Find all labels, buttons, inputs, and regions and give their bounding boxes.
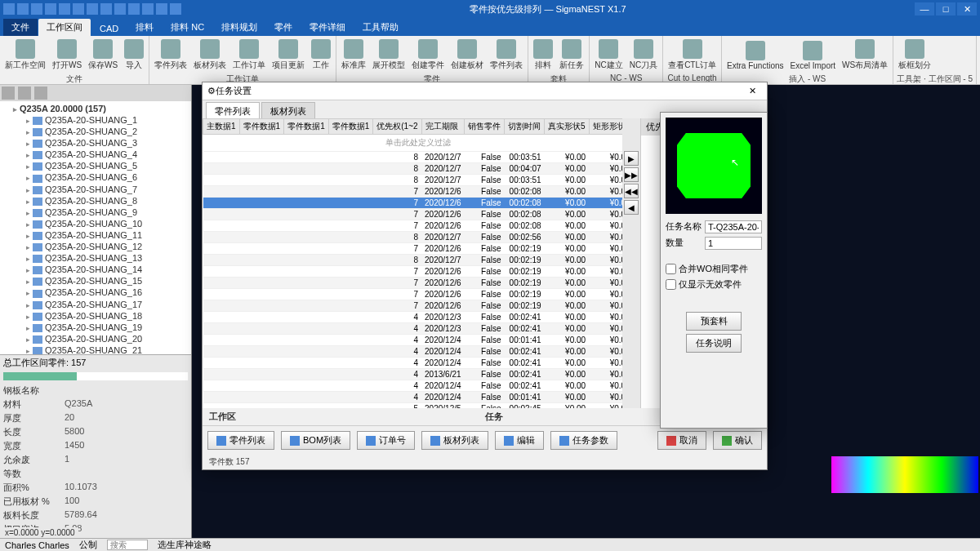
cancel-button[interactable]: 取消 — [657, 431, 706, 450]
qat-icon[interactable] — [128, 3, 140, 15]
tree-node[interactable]: Q235A-20-SHUANG_11 — [2, 229, 189, 241]
tree-node[interactable]: Q235A-20-SHUANG_17 — [2, 299, 189, 310]
grid-row[interactable]: 72020/12/6False00:02:08¥0.00¥0.00 — [203, 198, 623, 209]
grid-row[interactable]: 42020/12/4False00:02:41¥0.00¥0.00 — [203, 358, 623, 369]
footer-button[interactable]: BOM列表 — [281, 431, 350, 450]
minimize-button[interactable]: — — [915, 2, 934, 16]
qat-icon[interactable] — [17, 3, 29, 15]
tree-node[interactable]: Q235A-20-SHUANG_10 — [2, 218, 189, 229]
ribbon-tab[interactable]: CAD — [91, 21, 127, 36]
taskname-input[interactable] — [705, 220, 762, 233]
grid-header[interactable]: 主数据1 — [203, 119, 240, 135]
tree-node[interactable]: Q235A-20-SHUANG_21 — [2, 344, 189, 354]
tree-node[interactable]: Q235A-20-SHUANG_4 — [2, 149, 189, 160]
task-notes-button[interactable]: 任务说明 — [686, 334, 742, 353]
tree-node[interactable]: Q235A-20-SHUANG_20 — [2, 333, 189, 344]
ribbon-item[interactable]: NC刀具 — [628, 38, 659, 73]
ribbon-item[interactable]: 零件列表 — [488, 38, 524, 73]
ribbon-tab[interactable]: 零件详细 — [301, 19, 354, 36]
dialog-tab-parts[interactable]: 零件列表 — [206, 102, 260, 118]
grid-row[interactable]: 72020/12/6False00:02:19¥0.00¥0.00 — [203, 266, 623, 278]
move-all-left-button[interactable]: ◀◀ — [624, 184, 639, 198]
prearrange-button[interactable]: 预套料 — [686, 312, 742, 331]
ribbon-tab[interactable]: 工具帮助 — [354, 19, 407, 36]
ok-button[interactable]: 确认 — [713, 431, 762, 450]
filter-hint[interactable]: 单击此处定义过滤 — [203, 135, 623, 152]
ribbon-item[interactable]: 导入 — [122, 38, 145, 73]
ribbon-item[interactable]: 工作订单 — [231, 38, 267, 73]
ribbon-item[interactable]: 查看CTL订单 — [666, 38, 718, 73]
ribbon-item[interactable]: NC建立 — [593, 38, 624, 73]
ribbon-tab[interactable]: 工作区间 — [38, 19, 91, 36]
tree-node[interactable]: Q235A-20-SHUANG_12 — [2, 241, 189, 252]
grid-row[interactable]: 42013/6/21False00:02:41¥0.00¥0.00 — [203, 369, 623, 380]
tab-file[interactable]: 文件 — [3, 19, 38, 36]
ribbon-item[interactable]: 保存WS — [87, 38, 119, 73]
qat-icon[interactable] — [142, 3, 154, 15]
qat-icon[interactable] — [59, 3, 70, 15]
grid-header[interactable]: 完工期限 — [421, 119, 465, 135]
grid-row[interactable]: 82020/12/7False00:02:56¥0.00¥0.00 — [203, 232, 623, 243]
grid-header[interactable]: 零件数据1 — [239, 119, 284, 135]
footer-button[interactable]: 编辑 — [495, 431, 544, 450]
grid-row[interactable]: 82020/12/7False00:03:51¥0.00¥0.00 — [203, 152, 623, 163]
ribbon-item[interactable]: 板材列表 — [192, 38, 228, 73]
dialog-close-button[interactable]: ✕ — [742, 86, 762, 96]
ribbon-item[interactable]: 板框划分 — [897, 38, 933, 73]
footer-button[interactable]: 订单号 — [357, 431, 415, 450]
grid-row[interactable]: 42020/12/4False00:01:41¥0.00¥0.00 — [203, 335, 623, 346]
tree-node[interactable]: Q235A-20-SHUANG_2 — [2, 126, 189, 137]
ribbon-tab[interactable]: 零件 — [266, 19, 301, 36]
tree-node[interactable]: Q235A-20-SHUANG_5 — [2, 160, 189, 171]
ribbon-tab[interactable]: 排料 — [127, 19, 162, 36]
qat-icon[interactable] — [3, 3, 15, 15]
parts-tree[interactable]: Q235A 20.0000 (157)Q235A-20-SHUANG_1Q235… — [0, 101, 191, 354]
ribbon-item[interactable]: 项目更新 — [270, 38, 306, 73]
grid-row[interactable]: 72020/12/6False00:02:08¥0.00¥0.00 — [203, 220, 623, 232]
ribbon-item[interactable]: 标准库 — [340, 38, 368, 73]
grid-header[interactable]: 零件数据1 — [328, 119, 373, 135]
qat-icon[interactable] — [45, 3, 56, 15]
grid-header[interactable]: 真实形状5 — [545, 119, 590, 135]
qat-icon[interactable] — [31, 3, 42, 15]
grid-row[interactable]: 82020/12/7False00:02:19¥0.00¥0.00 — [203, 255, 623, 266]
dialog-tab-sheets[interactable]: 板材列表 — [261, 102, 315, 118]
footer-button[interactable]: 板材列表 — [421, 431, 488, 450]
grid-header[interactable]: 销售零件 — [465, 119, 505, 135]
merge-wo-checkbox[interactable] — [666, 264, 676, 274]
ribbon-item[interactable]: 创建板材 — [449, 38, 485, 73]
qat-icon[interactable] — [100, 3, 112, 15]
tool-icon[interactable] — [2, 87, 15, 100]
ribbon-item[interactable]: 打开WS — [51, 38, 83, 73]
tree-node[interactable]: Q235A-20-SHUANG_9 — [2, 207, 189, 218]
tree-node[interactable]: Q235A-20-SHUANG_3 — [2, 137, 189, 149]
footer-button[interactable]: 任务参数 — [550, 431, 617, 450]
tree-node[interactable]: Q235A-20-SHUANG_7 — [2, 184, 189, 195]
grid-row[interactable]: 42020/12/3False00:02:41¥0.00¥0.00 — [203, 312, 623, 323]
grid-row[interactable]: 72020/12/6False00:02:19¥0.00¥0.00 — [203, 300, 623, 312]
grid-row[interactable]: 72020/12/6False00:02:19¥0.00¥0.00 — [203, 289, 623, 300]
tree-node[interactable]: Q235A-20-SHUANG_15 — [2, 275, 189, 287]
grid-row[interactable]: 42020/12/4False00:01:41¥0.00¥0.00 — [203, 392, 623, 403]
tree-node[interactable]: Q235A-20-SHUANG_18 — [2, 310, 189, 322]
grid-header[interactable]: 矩形形状2 — [589, 119, 622, 135]
ribbon-item[interactable]: 新工作空间 — [3, 38, 47, 73]
ribbon-item[interactable]: Extra Functions — [725, 39, 785, 72]
move-right-button[interactable]: ▶ — [624, 151, 639, 166]
tree-node[interactable]: Q235A-20-SHUANG_16 — [2, 287, 189, 298]
ribbon-tab[interactable]: 排料规划 — [213, 19, 265, 36]
grid-row[interactable]: 72020/12/6False00:02:19¥0.00¥0.00 — [203, 243, 623, 255]
tree-node[interactable]: Q235A-20-SHUANG_6 — [2, 171, 189, 183]
tree-node[interactable]: Q235A-20-SHUANG_8 — [2, 195, 189, 207]
tree-node[interactable]: Q235A-20-SHUANG_14 — [2, 264, 189, 275]
grid-row[interactable]: 72020/12/6False00:02:08¥0.00¥0.00 — [203, 209, 623, 220]
grid-header[interactable]: 零件数据1 — [284, 119, 329, 135]
parts-grid[interactable]: 主数据1零件数据1零件数据1零件数据1优先权(1~2完工期限销售零件切割时间真实… — [203, 118, 622, 408]
grid-row[interactable]: 72020/12/6False00:02:19¥0.00¥0.00 — [203, 278, 623, 289]
tree-node[interactable]: Q235A-20-SHUANG_13 — [2, 252, 189, 264]
qat-icon[interactable] — [73, 3, 84, 15]
ribbon-item[interactable]: 工作 — [310, 38, 332, 73]
ribbon-item[interactable]: Excel Import — [789, 39, 838, 72]
tool-icon[interactable] — [18, 87, 31, 100]
footer-button[interactable]: 零件列表 — [207, 431, 274, 450]
